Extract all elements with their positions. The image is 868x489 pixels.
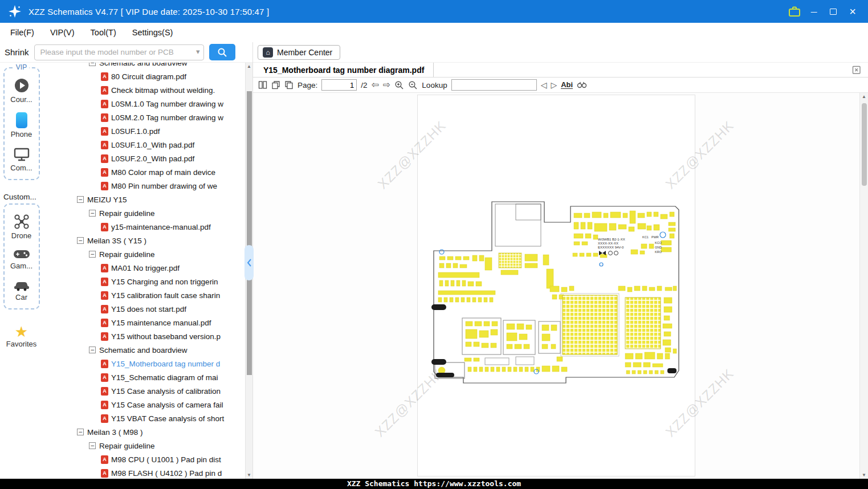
tree-folder-row[interactable]: −Meilan 3 ( M98 ) [43, 425, 252, 439]
maximize-button[interactable] [824, 0, 843, 23]
tree-item-label: Y15_Schematic diagram of mai [111, 373, 218, 382]
menu-tool[interactable]: Tool(T) [83, 28, 124, 37]
home-icon: ⌂ [263, 47, 273, 58]
sidebar-item-drone[interactable]: Drone [3, 214, 40, 240]
sidebar-item-courses[interactable]: Cour... [3, 78, 40, 104]
collapse-minus-icon[interactable]: − [77, 196, 84, 203]
tree-file-row[interactable]: AY15 Charging and non triggerin [43, 275, 252, 288]
tree-file-row[interactable]: AL0SM.1.0 Tag number drawing w [43, 97, 252, 111]
scroll-up-icon[interactable]: ▲ [860, 94, 868, 99]
tree-item-label: 80 Circuit diagram.pdf [111, 72, 186, 81]
sidebar-item-computer[interactable]: Com... [3, 147, 40, 172]
tree-file-row[interactable]: AL0SUF.2.0_With pad.pdf [43, 152, 252, 165]
collapse-minus-icon[interactable]: − [89, 442, 96, 449]
sidebar-item-phone[interactable]: Phone [3, 112, 40, 138]
pcb-label-kco: KCO [655, 241, 662, 244]
model-search-input[interactable] [34, 44, 204, 60]
lookup-label: Lookup [422, 81, 447, 89]
tree-file-row[interactable]: AM80 Pin number drawing of we [43, 179, 252, 193]
tree-file-row[interactable]: AL0SUF.1.0_With pad.pdf [43, 138, 252, 152]
find-previous-icon[interactable]: ◁ [541, 81, 547, 89]
title-bar: XZZ Schematics V4.77 [ VIP Due date: 202… [0, 0, 868, 23]
pcb-ul-code: EXXXXXX 94V-0 [598, 246, 624, 249]
tree-file-row[interactable]: AM98 CPU ( U1001 ) Pad pin dist [43, 453, 252, 466]
viewer-scrollbar-thumb[interactable] [862, 103, 867, 186]
lookup-input[interactable] [451, 79, 537, 91]
tree-file-row[interactable]: ACheck bitmap without welding. [43, 83, 252, 97]
combo-dropdown-icon[interactable]: ▾ [196, 47, 200, 56]
two-page-view-icon[interactable] [258, 80, 267, 89]
tree-folder-row[interactable]: −Schematic and boardview [43, 343, 252, 357]
zoom-out-icon[interactable] [408, 80, 418, 90]
tree-file-row[interactable]: AY15 maintenance manual.pdf [43, 316, 252, 329]
tree-folder-row[interactable]: −Schematic and boardview [43, 63, 252, 70]
copy-page-alt-icon[interactable] [284, 80, 294, 89]
menu-settings[interactable]: Settings(S) [124, 28, 181, 37]
page-number-input[interactable] [321, 79, 357, 91]
tree-file-row[interactable]: AY15 VBAT Case analysis of short [43, 411, 252, 425]
close-button[interactable]: × [843, 0, 862, 23]
tree-file-row[interactable]: Ay15-maintenance-manual.pdf [43, 220, 252, 234]
tree-file-row[interactable]: AY15 calibration fault case sharin [43, 288, 252, 302]
tree-folder-row[interactable]: −Repair guideline [43, 247, 252, 261]
tree-file-row[interactable]: AY15 Case analysis of camera fail [43, 398, 252, 411]
tree-file-row[interactable]: AY15 Case analysis of calibration [43, 384, 252, 398]
sidebar-item-game[interactable]: Gam... [3, 248, 40, 270]
copy-page-icon[interactable] [271, 80, 280, 89]
collapse-minus-icon[interactable]: − [89, 347, 96, 353]
tree-file-row[interactable]: AM98 FLASH ( U4102 ) Pad pin d [43, 466, 252, 479]
pdf-icon: A [101, 332, 108, 341]
tree-file-row[interactable]: AMA01 No trigger.pdf [43, 261, 252, 275]
viewer-scrollbar[interactable]: ▲ ▼ [859, 93, 868, 479]
sidebar-item-label: Drone [11, 231, 31, 240]
collapse-minus-icon[interactable]: − [89, 210, 96, 217]
tree-file-row[interactable]: AY15_Motherboard tag number d [43, 357, 252, 370]
tree-folder-row[interactable]: −Meilan 3S ( Y15 ) [43, 234, 252, 247]
tree-file-row[interactable]: A80 Circuit diagram.pdf [43, 70, 252, 83]
previous-page-icon[interactable]: ⇦ [372, 80, 379, 89]
shrink-button[interactable]: Shrink [5, 47, 29, 57]
tree-file-row[interactable]: AL0SM.2.0 Tag number drawing w [43, 111, 252, 124]
pdf-icon: A [101, 278, 108, 286]
pdf-viewport[interactable]: Wi3WB1 B2-1-XX XXXX-XX-XX EXXXXXX 94V-0 … [253, 93, 868, 479]
scroll-down-icon[interactable]: ▼ [246, 472, 252, 478]
sidebar-item-car[interactable]: Car [3, 279, 40, 301]
text-select-tool[interactable]: Abi [561, 81, 573, 89]
next-page-icon[interactable]: ⇨ [383, 80, 390, 89]
member-center-button[interactable]: ⌂ Member Center [258, 45, 340, 60]
find-next-icon[interactable]: ▷ [551, 81, 557, 89]
tree-file-row[interactable]: AY15_Schematic diagram of mai [43, 370, 252, 384]
minimize-button[interactable]: ─ [804, 0, 824, 23]
menu-file[interactable]: File(F) [2, 28, 42, 37]
binoculars-icon[interactable] [577, 80, 587, 89]
tree-file-row[interactable]: AM80 Color map of main device [43, 165, 252, 179]
tree-file-row[interactable]: AL0SUF.1.0.pdf [43, 124, 252, 138]
tree-folder-row[interactable]: −Repair guideline [43, 206, 252, 220]
tree-file-row[interactable]: AY15 without baseband version.p [43, 329, 252, 343]
tree-item-label: Y15_Motherboard tag number d [111, 360, 220, 368]
page-label: Page: [298, 81, 317, 89]
collapse-minus-icon[interactable]: − [77, 237, 84, 244]
tree-scrollbar-thumb[interactable] [247, 91, 252, 375]
close-document-icon[interactable] [851, 66, 861, 75]
scroll-up-icon[interactable]: ▲ [246, 64, 252, 69]
search-button[interactable] [209, 44, 235, 60]
sidebar-item-favorites[interactable]: ★ Favorites [6, 324, 36, 348]
collapse-minus-icon[interactable]: − [89, 251, 96, 258]
gamepad-icon [13, 248, 30, 260]
pdf-toolbar: Page: /2 ⇦ ⇨ Lookup ◁ ▷ Abi [253, 78, 868, 93]
pdf-icon: A [101, 182, 108, 190]
collapse-minus-icon[interactable]: − [89, 63, 96, 66]
document-tab[interactable]: Y15_Motherboard tag number diagram.pdf [253, 63, 434, 77]
tree-folder-row[interactable]: −MEIZU Y15 [43, 193, 252, 206]
tree-file-row[interactable]: AY15 does not start.pdf [43, 302, 252, 316]
zoom-in-icon[interactable] [394, 80, 404, 90]
scroll-down-icon[interactable]: ▼ [860, 472, 868, 478]
vip-briefcase-icon[interactable] [785, 0, 804, 23]
tree-folder-row[interactable]: −Repair guideline [43, 439, 252, 453]
collapse-panel-handle[interactable] [244, 245, 254, 280]
tree-item-label: M80 Color map of main device [111, 168, 215, 177]
menu-vip[interactable]: VIP(V) [42, 28, 83, 37]
model-search-combo: ▾ [34, 44, 204, 60]
collapse-minus-icon[interactable]: − [77, 429, 84, 435]
